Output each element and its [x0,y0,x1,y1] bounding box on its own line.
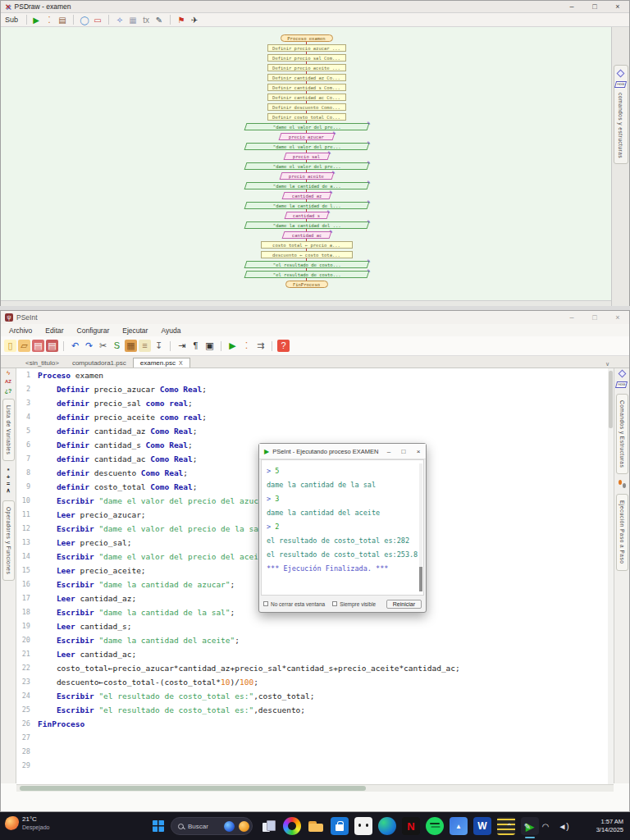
code-line[interactable]: 29 [16,759,614,773]
flow-output[interactable]: "dame el valor del pre...✎ [244,162,369,170]
minimize-button[interactable]: – [560,313,583,322]
menu-editar[interactable]: Editar [45,326,63,335]
operators-functions-tab[interactable]: Operadores y Funciones [2,500,15,581]
code-line[interactable]: 23 descuento←costo_total-(costo_total*10… [16,675,614,689]
cut-icon[interactable]: ✂ [97,340,109,352]
code-line[interactable]: 1Proceso examen [16,368,614,382]
edge-icon[interactable] [378,817,396,835]
pen-icon[interactable]: ✎ [522,821,533,832]
code-line[interactable]: 5 definir cantidad_az Como Real; [16,424,614,438]
ms-store-icon[interactable] [331,817,349,835]
comment-icon[interactable]: ¶ [189,340,202,352]
close-button[interactable]: × [606,313,629,322]
console-scrollbar[interactable] [419,463,422,591]
menu-ejecutar[interactable]: Ejecutar [122,326,148,335]
flag-icon[interactable]: ⚑ [176,15,187,25]
variables-list-tab[interactable]: Lista de Variables [2,399,15,461]
word-icon[interactable]: W [473,817,491,835]
text-tool-icon[interactable]: tx [140,15,152,25]
help-icon[interactable]: ? [277,340,290,352]
indent-icon[interactable]: ⇥ [176,340,188,352]
spotify-icon[interactable] [426,817,444,835]
flow-process[interactable]: descuento ← costo_tota... [261,251,353,258]
close-button[interactable]: × [606,2,629,11]
clock[interactable]: 1:57 AM 3/14/2025 [596,818,623,834]
flow-process[interactable]: Definir cantidad_az Co... [267,74,346,81]
code-line[interactable]: 26FinProceso [16,717,614,731]
step-by-step-icon[interactable]: ⁚ [43,15,55,25]
flow-process[interactable]: Definir descuento Como... [267,103,346,111]
close-button[interactable]: × [411,448,426,455]
tab-close-icon[interactable]: X [179,360,183,366]
menu-ayuda[interactable]: Ayuda [161,326,180,335]
code-line[interactable]: 25 Escribir "el resultado de costo_total… [16,703,614,717]
grid-icon[interactable]: ▦ [127,15,139,25]
commands-structures-tab[interactable]: Hola comandos y estructuras [614,65,628,164]
search-box[interactable]: Buscar [171,817,253,835]
commands-structures-tab[interactable]: Comandos y Estructuras [616,394,628,474]
tab-sin-titulo[interactable]: <sin_titulo> [19,358,66,368]
code-line[interactable]: 4 definir precio_aceite como real; [16,410,614,424]
flow-input[interactable]: cantidad_ac✎ [281,231,331,239]
flow-process[interactable]: costo_total ← precio_a... [261,241,353,249]
export-run-icon[interactable]: ↧ [153,340,165,352]
code-line[interactable]: 27 [16,731,614,745]
open-icon[interactable]: ▱ [18,340,30,352]
flow-process[interactable]: Definir cantidad_ac Co... [267,94,346,101]
execution-console[interactable]: > 5dame la cantidad de la sal> 3dame la … [261,459,424,596]
pseint-titlebar[interactable]: ψ PSeInt – □ × [1,311,629,324]
step-execution-tab[interactable]: Ejecución Paso a Paso [616,494,628,570]
editor-hscrollbar[interactable] [16,784,614,792]
flow-output[interactable]: "dame el valor del pre...✎ [244,143,369,150]
flow-terminator[interactable]: FinProceso [285,281,328,288]
selection-icon[interactable]: ▭ [92,15,103,25]
flow-process[interactable]: Definir cantidad_s Com... [267,84,346,91]
draw-icon[interactable]: ✎ [153,15,165,25]
flowchart-canvas[interactable]: Proceso examenDefinir precio_azucar ...D… [1,27,612,300]
flow-output[interactable]: "el resultado de costo...✎ [244,271,369,278]
code-line[interactable]: 22 costo_total←precio_azucar*cantidad_az… [16,661,614,675]
code-line[interactable]: 24 Escribir "el resultado de costo_total… [16,689,614,703]
tab-examen[interactable]: examen.pscX [133,358,190,368]
minimize-button[interactable]: – [560,2,583,11]
file-explorer-icon[interactable] [307,817,325,835]
maximize-button[interactable]: □ [583,313,606,322]
redo-icon[interactable]: ↷ [83,340,95,352]
volume-icon[interactable]: ◄) [558,821,569,832]
psdraw-hscrollbar[interactable] [1,300,612,306]
netflix-icon[interactable]: N [402,817,420,835]
flow-input[interactable]: cantidad_s✎ [284,212,329,219]
code-line[interactable]: 20 Escribir "dame la cantidad del aceite… [16,633,614,647]
copy-icon[interactable] [259,817,277,835]
start-button[interactable] [153,820,164,832]
run-icon[interactable]: ▶ [30,15,42,25]
export-icon[interactable]: ✈ [189,15,200,25]
flow-output[interactable]: "dame la cantidad de l...✎ [244,202,369,209]
zoom-icon[interactable]: ◯ [79,15,90,25]
maximize-button[interactable]: □ [583,2,606,11]
sub-button[interactable]: Sub [5,16,18,24]
flow-input[interactable]: cantidad_az✎ [281,192,331,199]
code-line[interactable]: 19 Leer cantidad_s; [16,619,614,633]
flow-process[interactable]: Definir precio_sal Com... [267,54,346,62]
flow-terminator[interactable]: Proceso examen [281,34,333,42]
run-icon[interactable]: ▶ [226,340,239,352]
color-wheel-icon[interactable] [283,817,301,835]
save-all-icon[interactable]: ▤ [46,340,58,352]
new-file-icon[interactable]: ▯ [4,340,16,352]
code-line[interactable]: 3 definir precio_sal como real; [16,396,614,410]
tab-computadora1[interactable]: computadora1.psc [66,358,133,368]
flow-output[interactable]: "el resultado de costo...✎ [244,261,369,268]
tab-list-caret-icon[interactable]: ∨ [605,361,609,368]
psdraw-titlebar[interactable]: ⨯ PSDraw - examen – □ × [1,1,629,13]
flow-input[interactable]: precio_azucar✎ [278,133,335,140]
maximize-button[interactable]: □ [396,448,411,455]
step-run-icon[interactable]: ⇉ [254,340,267,352]
flow-output[interactable]: "dame la cantidad del ...✎ [244,221,369,229]
tray-chevron-icon[interactable]: ⌃ [504,821,515,832]
always-visible-checkbox[interactable] [332,601,337,606]
menu-configurar[interactable]: Configurar [77,326,110,335]
doc-check-icon[interactable]: ≡ [139,340,151,352]
code-line[interactable]: 21 Leer cantidad_ac; [16,647,614,661]
flow-input[interactable]: precio_aceite✎ [279,172,334,180]
